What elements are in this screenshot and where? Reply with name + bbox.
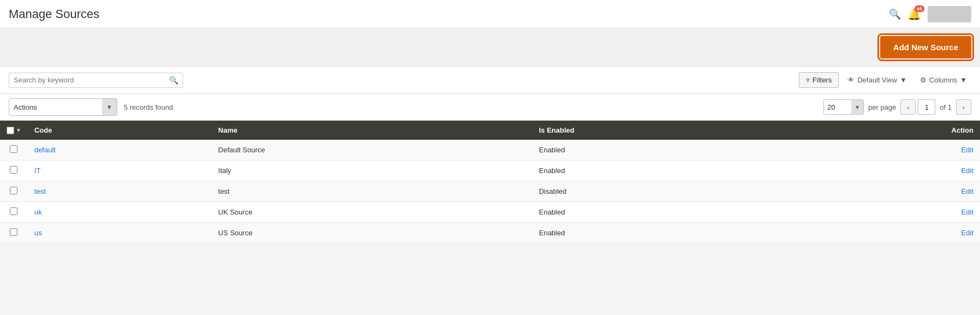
code-link[interactable]: IT (34, 167, 41, 175)
row-is-enabled: Enabled (532, 140, 792, 161)
edit-link[interactable]: Edit (961, 187, 973, 195)
col-header-code: Code (28, 121, 212, 140)
table-body: default Default Source Enabled Edit IT I… (0, 140, 980, 243)
filters-button[interactable]: ▿ Filters (799, 72, 839, 88)
edit-link[interactable]: Edit (961, 229, 973, 237)
search-box: 🔍 (9, 73, 183, 88)
row-is-enabled: Disabled (532, 181, 792, 202)
filters-label: Filters (813, 76, 832, 84)
code-link[interactable]: us (34, 229, 42, 237)
chevron-down-icon: ▼ (960, 76, 967, 84)
prev-page-button[interactable]: ‹ (900, 99, 916, 115)
header-right: 🔍 🔔 66 (889, 6, 971, 22)
row-action-col: Edit (792, 202, 980, 223)
row-is-enabled: Enabled (532, 223, 792, 243)
header-checkbox-col: ▼ (0, 121, 28, 140)
eye-icon: 👁 (847, 76, 855, 84)
table-row: us US Source Enabled Edit (0, 223, 980, 243)
records-found: 5 records found (124, 103, 173, 111)
user-avatar[interactable] (928, 6, 971, 22)
table-row: test test Disabled Edit (0, 181, 980, 202)
gear-icon: ⚙ (920, 76, 927, 84)
actions-dropdown-arrow: ▼ (102, 99, 117, 115)
row-code: uk (28, 202, 212, 223)
actions-select[interactable]: Actions (9, 99, 102, 115)
actions-row: Actions ▼ 5 records found 20 ▼ per page … (0, 94, 980, 121)
columns-button[interactable]: ⚙ Columns ▼ (916, 73, 971, 87)
row-name: UK Source (212, 202, 532, 223)
notification-count: 66 (915, 5, 924, 12)
search-icon: 🔍 (169, 76, 178, 85)
code-link[interactable]: default (34, 146, 56, 154)
code-link[interactable]: uk (34, 208, 42, 216)
default-view-button[interactable]: 👁 Default View ▼ (843, 73, 911, 87)
data-table: ▼ Code Name Is Enabled Action default De… (0, 121, 980, 243)
edit-link[interactable]: Edit (961, 146, 973, 154)
table-header: ▼ Code Name Is Enabled Action (0, 121, 980, 140)
next-page-button[interactable]: › (956, 99, 971, 115)
edit-link[interactable]: Edit (961, 167, 973, 175)
page-current: 1 (918, 99, 935, 115)
row-checkbox-cell (0, 140, 28, 161)
row-code: IT (28, 161, 212, 181)
row-action-col: Edit (792, 140, 980, 161)
table-header-row: ▼ Code Name Is Enabled Action (0, 121, 980, 140)
row-checkbox-cell (0, 161, 28, 181)
search-icon[interactable]: 🔍 (889, 8, 901, 20)
row-action-col: Edit (792, 161, 980, 181)
chevron-down-icon: ▼ (900, 76, 907, 84)
table-row: uk UK Source Enabled Edit (0, 202, 980, 223)
row-is-enabled: Enabled (532, 161, 792, 181)
row-checkbox[interactable] (10, 145, 17, 153)
filter-row: 🔍 ▿ Filters 👁 Default View ▼ ⚙ Columns ▼ (0, 67, 980, 94)
enabled-status: Enabled (539, 167, 565, 175)
row-code: us (28, 223, 212, 243)
row-action-col: Edit (792, 181, 980, 202)
row-checkbox[interactable] (10, 228, 17, 236)
row-checkbox-cell (0, 181, 28, 202)
select-all-dropdown-icon[interactable]: ▼ (16, 127, 21, 133)
table-row: IT Italy Enabled Edit (0, 161, 980, 181)
row-checkbox[interactable] (10, 207, 17, 215)
per-page-select[interactable]: 20 (824, 100, 851, 114)
filter-icon: ▿ (806, 76, 810, 84)
filter-controls: ▿ Filters 👁 Default View ▼ ⚙ Columns ▼ (799, 72, 971, 88)
actions-dropdown-container: Actions ▼ (9, 98, 117, 116)
row-checkbox-cell (0, 223, 28, 243)
notifications-bell[interactable]: 🔔 66 (907, 8, 921, 21)
row-code: test (28, 181, 212, 202)
select-all-checkbox[interactable] (7, 127, 14, 134)
enabled-status: Enabled (539, 229, 565, 237)
edit-link[interactable]: Edit (961, 208, 973, 216)
row-checkbox[interactable] (10, 187, 17, 194)
page-of: of 1 (940, 103, 952, 111)
page-title: Manage Sources (9, 7, 99, 21)
col-header-name: Name (212, 121, 532, 140)
row-code: default (28, 140, 212, 161)
toolbar-area: Add New Source (0, 28, 980, 67)
row-checkbox-cell (0, 202, 28, 223)
enabled-status: Enabled (539, 146, 565, 154)
per-page-dropdown-arrow: ▼ (851, 100, 863, 114)
pagination: 20 ▼ per page ‹ 1 of 1 › (823, 99, 971, 115)
add-new-source-button[interactable]: Add New Source (880, 36, 971, 58)
search-input[interactable] (14, 76, 169, 84)
row-name: US Source (212, 223, 532, 243)
col-header-is-enabled: Is Enabled (532, 121, 792, 140)
page-header: Manage Sources 🔍 🔔 66 (0, 0, 980, 28)
header-checkbox-area: ▼ (7, 127, 21, 134)
row-checkbox[interactable] (10, 166, 17, 174)
enabled-status: Disabled (539, 187, 567, 195)
row-name: test (212, 181, 532, 202)
enabled-status: Enabled (539, 208, 565, 216)
row-action-col: Edit (792, 223, 980, 243)
row-name: Default Source (212, 140, 532, 161)
actions-left: Actions ▼ 5 records found (9, 98, 173, 116)
code-link[interactable]: test (34, 187, 46, 195)
columns-label: Columns (929, 76, 957, 84)
per-page-select-container: 20 ▼ (823, 99, 864, 115)
row-is-enabled: Enabled (532, 202, 792, 223)
table-row: default Default Source Enabled Edit (0, 140, 980, 161)
per-page-label: per page (868, 103, 896, 111)
row-name: Italy (212, 161, 532, 181)
